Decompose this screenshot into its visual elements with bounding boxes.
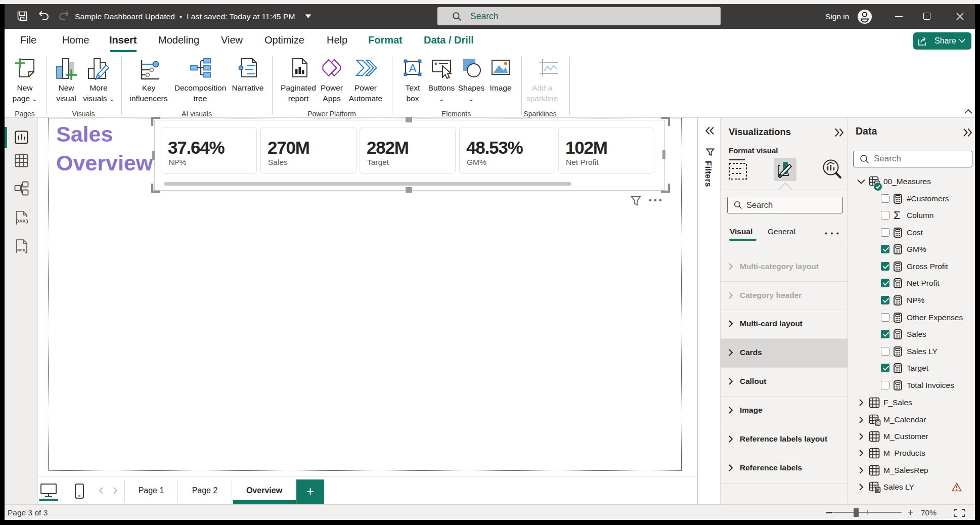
- svg-text:DAX: DAX: [16, 218, 26, 224]
- svg-text:TMDL: TMDL: [16, 248, 27, 252]
- svg-text:A: A: [409, 62, 417, 74]
